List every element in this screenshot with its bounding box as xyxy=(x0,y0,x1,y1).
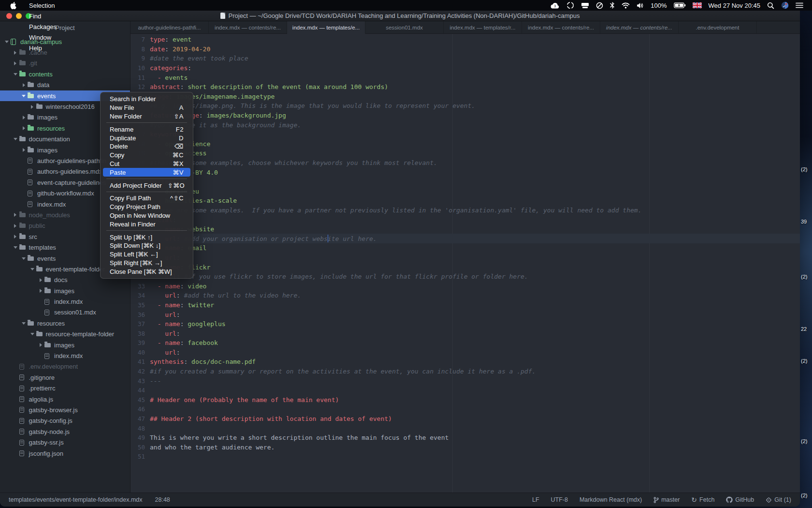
chevron-open-icon[interactable] xyxy=(13,73,18,75)
editor-line-34[interactable]: 34 url: #add the url to the video here. xyxy=(130,291,800,300)
editor-line-17[interactable]: 17keywords: xyxy=(130,130,800,139)
displays-icon[interactable] xyxy=(581,0,589,11)
editor-line-28[interactable]: 28 url: #add your organisation or projec… xyxy=(130,234,800,243)
editor-line-7[interactable]: 7type: event xyxy=(130,35,800,45)
context-menu-item-paste[interactable]: Paste⌘V xyxy=(103,168,190,177)
text-editor[interactable]: 7type: event8date: 2019-04-209#date the … xyxy=(130,34,800,493)
chevron-closed-icon[interactable] xyxy=(13,224,18,228)
editor-line-29[interactable]: 29 - name: email xyxy=(130,243,800,253)
context-menu-item-close-pane-k-w-[interactable]: Close Pane [⌘K ⌘W] xyxy=(103,267,190,276)
notification-list-icon[interactable] xyxy=(796,0,803,11)
tree-item-gatsby-ssr.js[interactable]: gatsby-ssr.js xyxy=(0,437,130,448)
editor-line-14[interactable]: 14#e.g. images/image.png. This is the im… xyxy=(130,101,800,111)
editor-line-31[interactable]: 31 - name: flickr xyxy=(130,262,800,272)
menu-bar-item-selection[interactable]: Selection xyxy=(24,0,62,11)
keyboard-flag-icon[interactable] xyxy=(693,0,702,11)
desktop-icon-label-2[interactable]: 39 xyxy=(801,219,807,224)
chevron-open-icon[interactable] xyxy=(21,257,27,260)
editor-line-36[interactable]: 36 url: xyxy=(130,310,800,319)
editor-line-24[interactable]: 24 - humanities-at-scale xyxy=(130,196,800,206)
context-menu-item-add-project-folder[interactable]: Add Project Folder⇧⌘O xyxy=(103,181,190,190)
tree-item-gatsby-config.js[interactable]: gatsby-config.js xyxy=(0,416,130,426)
chevron-closed-icon[interactable] xyxy=(13,61,18,65)
menu-bar-app-icon[interactable] xyxy=(781,0,789,11)
editor-line-22[interactable]: 22partners: xyxy=(130,177,800,187)
desktop-icon-label-4[interactable]: 22 xyxy=(801,326,807,332)
tree-item-resource-template-folder[interactable]: resource-template-folder xyxy=(0,329,130,340)
status-github[interactable]: GitHub xyxy=(726,496,754,503)
do-not-disturb-icon[interactable] xyxy=(596,0,603,11)
bluetooth-icon[interactable] xyxy=(610,0,615,11)
context-menu-item-new-file[interactable]: New FileA xyxy=(103,104,190,112)
editor-line-15[interactable]: 15featuredimage: images/background.jpg xyxy=(130,111,800,120)
editor-line-39[interactable]: 39 - name: facebook xyxy=(130,338,800,348)
editor-line-35[interactable]: 35 - name: twitter xyxy=(130,300,800,310)
status-fetch[interactable]: ↻Fetch xyxy=(691,496,714,504)
context-menu-item-reveal-in-finder[interactable]: Reveal in Finder xyxy=(103,220,190,228)
context-menu-item-open-in-new-window[interactable]: Open in New Window xyxy=(103,211,190,220)
tree-item-index.mdx[interactable]: index.mdx xyxy=(0,350,130,361)
tree-item-algolia.js[interactable]: algolia.js xyxy=(0,394,130,404)
status-utf-8[interactable]: UTF-8 xyxy=(551,496,568,503)
tab-2[interactable]: index.mdx — contents/re... xyxy=(209,21,287,33)
desktop-icon-label-1[interactable]: (2) xyxy=(801,166,807,172)
editor-line-9[interactable]: 9#date the event took place xyxy=(130,54,800,63)
chevron-closed-icon[interactable] xyxy=(21,116,27,120)
menu-bar-item-find[interactable]: Find xyxy=(24,11,62,21)
editor-line-48[interactable]: 48 xyxy=(130,423,800,433)
creative-cloud-icon[interactable] xyxy=(566,0,574,11)
volume-icon[interactable] xyxy=(637,0,644,11)
editor-line-19[interactable]: 19 - open-access xyxy=(130,149,800,158)
context-menu-item-duplicate[interactable]: DuplicateD xyxy=(103,134,190,142)
chevron-closed-icon[interactable] xyxy=(29,105,35,109)
editor-line-44[interactable]: 44 xyxy=(130,386,800,395)
editor-line-33[interactable]: 33 - name: video xyxy=(130,281,800,291)
menu-bar-item-window[interactable]: Window xyxy=(24,32,62,43)
status-master[interactable]: master xyxy=(653,496,680,503)
editor-line-23[interactable]: 23 - dariah.eu xyxy=(130,187,800,196)
chevron-closed-icon[interactable] xyxy=(13,213,18,217)
apple-menu-icon[interactable] xyxy=(10,1,17,10)
editor-line-43[interactable]: 43--- xyxy=(130,376,800,386)
editor-line-18[interactable]: 18 - open-science xyxy=(130,139,800,149)
tree-item-contents[interactable]: contents xyxy=(0,69,130,79)
status-lf[interactable]: LF xyxy=(532,496,539,503)
status-file-path[interactable]: templates/events/event-template-folder/i… xyxy=(9,496,143,503)
context-menu-item-split-right-k-[interactable]: Split Right [⌘K →] xyxy=(103,259,190,268)
chevron-open-icon[interactable] xyxy=(21,95,27,97)
menu-bar-item-help[interactable]: Help xyxy=(24,43,62,53)
tab-1[interactable]: author-guidelines-pathfi... xyxy=(130,21,209,33)
editor-line-51[interactable]: 51 xyxy=(130,452,800,462)
context-menu-item-split-up-k-[interactable]: Split Up [⌘K ↑] xyxy=(103,233,190,241)
tree-item-images[interactable]: images xyxy=(0,285,130,296)
chevron-open-icon[interactable] xyxy=(29,268,35,270)
chevron-closed-icon[interactable] xyxy=(38,289,44,293)
wifi-icon[interactable] xyxy=(622,0,630,11)
desktop-icon-label-7[interactable]: (2) xyxy=(801,493,807,498)
editor-line-32[interactable]: 32 url: #if you use flickr to store imag… xyxy=(130,272,800,282)
tree-item-.git[interactable]: .git xyxy=(0,58,130,69)
editor-line-37[interactable]: 37 - name: googleplus xyxy=(130,319,800,329)
tree-item-.gitignore[interactable]: .gitignore xyxy=(0,372,130,383)
tab-5[interactable]: index.mdx — templates/r... xyxy=(444,21,522,33)
context-menu-item-search-in-folder[interactable]: Search in Folder xyxy=(103,95,190,104)
editor-line-13[interactable]: 13image: images/imagename.imagetype xyxy=(130,92,800,102)
editor-line-27[interactable]: 27 - name: website xyxy=(130,224,800,234)
editor-line-10[interactable]: 10categories: xyxy=(130,63,800,73)
context-menu-item-new-folder[interactable]: New Folder⇧A xyxy=(103,112,190,121)
status-markdown-react-mdx-[interactable]: Markdown React (mdx) xyxy=(580,496,642,503)
tree-item-images[interactable]: images xyxy=(0,340,130,350)
editor-line-11[interactable]: 11 - events xyxy=(130,73,800,82)
editor-line-45[interactable]: 45# Header one (Probably the name of the… xyxy=(130,395,800,405)
desktop-icon-label-3[interactable]: (2) xyxy=(801,274,807,280)
tree-item-index.mdx[interactable]: index.mdx xyxy=(0,296,130,307)
tree-item-.prettierrc[interactable]: .prettierrc xyxy=(0,383,130,394)
window-title-bar[interactable]: Project — ~/Google Drive/TCD Work/DARIAH… xyxy=(0,11,800,21)
cloud-icon[interactable]: 3 xyxy=(551,0,560,11)
chevron-open-icon[interactable] xyxy=(13,246,18,249)
editor-line-38[interactable]: 38 url: xyxy=(130,329,800,338)
status-git-1-[interactable]: Git (1) xyxy=(766,496,791,503)
desktop-icon-label-5[interactable]: (2) xyxy=(801,358,807,364)
tab-8[interactable]: .env.development xyxy=(679,21,757,33)
editor-line-8[interactable]: 8date: 2019-04-20 xyxy=(130,45,800,54)
